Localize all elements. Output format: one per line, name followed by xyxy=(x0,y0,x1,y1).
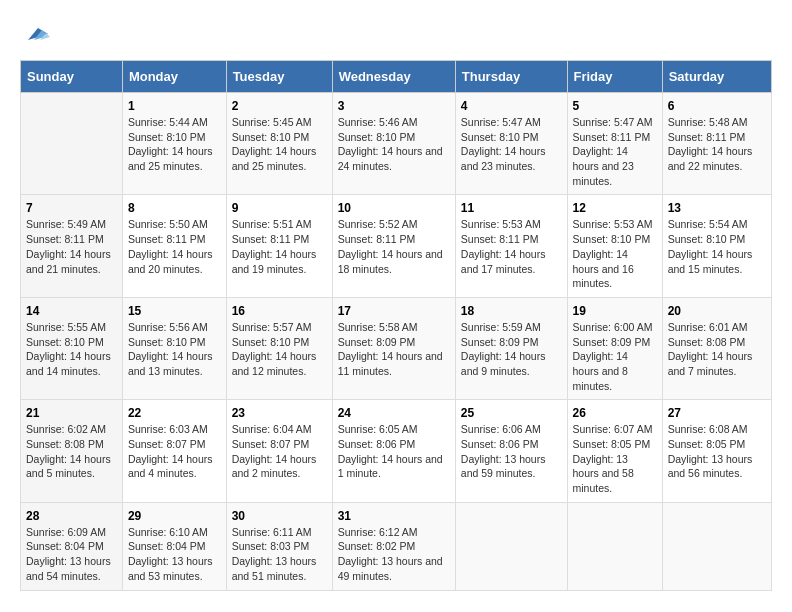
day-info: Sunrise: 6:10 AM Sunset: 8:04 PM Dayligh… xyxy=(128,525,221,584)
calendar-cell: 8Sunrise: 5:50 AM Sunset: 8:11 PM Daylig… xyxy=(122,195,226,297)
day-info: Sunrise: 6:09 AM Sunset: 8:04 PM Dayligh… xyxy=(26,525,117,584)
day-number: 21 xyxy=(26,406,117,420)
calendar-cell: 16Sunrise: 5:57 AM Sunset: 8:10 PM Dayli… xyxy=(226,297,332,399)
day-info: Sunrise: 6:08 AM Sunset: 8:05 PM Dayligh… xyxy=(668,422,766,481)
day-number: 26 xyxy=(573,406,657,420)
calendar-cell: 7Sunrise: 5:49 AM Sunset: 8:11 PM Daylig… xyxy=(21,195,123,297)
day-number: 7 xyxy=(26,201,117,215)
day-number: 20 xyxy=(668,304,766,318)
header-day-wednesday: Wednesday xyxy=(332,61,455,93)
day-info: Sunrise: 6:07 AM Sunset: 8:05 PM Dayligh… xyxy=(573,422,657,495)
day-number: 17 xyxy=(338,304,450,318)
day-number: 29 xyxy=(128,509,221,523)
day-info: Sunrise: 5:52 AM Sunset: 8:11 PM Dayligh… xyxy=(338,217,450,276)
day-number: 13 xyxy=(668,201,766,215)
page-header xyxy=(20,20,772,50)
calendar-cell: 31Sunrise: 6:12 AM Sunset: 8:02 PM Dayli… xyxy=(332,502,455,590)
day-info: Sunrise: 6:12 AM Sunset: 8:02 PM Dayligh… xyxy=(338,525,450,584)
day-info: Sunrise: 5:50 AM Sunset: 8:11 PM Dayligh… xyxy=(128,217,221,276)
calendar-cell: 6Sunrise: 5:48 AM Sunset: 8:11 PM Daylig… xyxy=(662,93,771,195)
logo xyxy=(20,20,54,50)
calendar-week-row: 14Sunrise: 5:55 AM Sunset: 8:10 PM Dayli… xyxy=(21,297,772,399)
calendar-cell: 12Sunrise: 5:53 AM Sunset: 8:10 PM Dayli… xyxy=(567,195,662,297)
day-info: Sunrise: 5:47 AM Sunset: 8:10 PM Dayligh… xyxy=(461,115,562,174)
calendar-cell: 1Sunrise: 5:44 AM Sunset: 8:10 PM Daylig… xyxy=(122,93,226,195)
calendar-cell: 9Sunrise: 5:51 AM Sunset: 8:11 PM Daylig… xyxy=(226,195,332,297)
day-number: 11 xyxy=(461,201,562,215)
calendar-cell: 23Sunrise: 6:04 AM Sunset: 8:07 PM Dayli… xyxy=(226,400,332,502)
day-number: 24 xyxy=(338,406,450,420)
day-number: 14 xyxy=(26,304,117,318)
header-day-sunday: Sunday xyxy=(21,61,123,93)
calendar-cell: 22Sunrise: 6:03 AM Sunset: 8:07 PM Dayli… xyxy=(122,400,226,502)
calendar-week-row: 1Sunrise: 5:44 AM Sunset: 8:10 PM Daylig… xyxy=(21,93,772,195)
calendar-cell xyxy=(662,502,771,590)
calendar-cell: 4Sunrise: 5:47 AM Sunset: 8:10 PM Daylig… xyxy=(455,93,567,195)
day-number: 16 xyxy=(232,304,327,318)
day-info: Sunrise: 5:47 AM Sunset: 8:11 PM Dayligh… xyxy=(573,115,657,188)
logo-icon xyxy=(20,20,50,50)
day-number: 2 xyxy=(232,99,327,113)
day-number: 10 xyxy=(338,201,450,215)
calendar-cell: 10Sunrise: 5:52 AM Sunset: 8:11 PM Dayli… xyxy=(332,195,455,297)
header-day-thursday: Thursday xyxy=(455,61,567,93)
calendar-cell: 28Sunrise: 6:09 AM Sunset: 8:04 PM Dayli… xyxy=(21,502,123,590)
calendar-cell: 30Sunrise: 6:11 AM Sunset: 8:03 PM Dayli… xyxy=(226,502,332,590)
day-number: 30 xyxy=(232,509,327,523)
day-info: Sunrise: 6:05 AM Sunset: 8:06 PM Dayligh… xyxy=(338,422,450,481)
day-number: 1 xyxy=(128,99,221,113)
day-info: Sunrise: 6:11 AM Sunset: 8:03 PM Dayligh… xyxy=(232,525,327,584)
calendar-table: SundayMondayTuesdayWednesdayThursdayFrid… xyxy=(20,60,772,591)
day-info: Sunrise: 5:48 AM Sunset: 8:11 PM Dayligh… xyxy=(668,115,766,174)
calendar-week-row: 7Sunrise: 5:49 AM Sunset: 8:11 PM Daylig… xyxy=(21,195,772,297)
calendar-cell: 2Sunrise: 5:45 AM Sunset: 8:10 PM Daylig… xyxy=(226,93,332,195)
calendar-header-row: SundayMondayTuesdayWednesdayThursdayFrid… xyxy=(21,61,772,93)
calendar-cell: 5Sunrise: 5:47 AM Sunset: 8:11 PM Daylig… xyxy=(567,93,662,195)
day-number: 5 xyxy=(573,99,657,113)
calendar-week-row: 28Sunrise: 6:09 AM Sunset: 8:04 PM Dayli… xyxy=(21,502,772,590)
calendar-cell: 29Sunrise: 6:10 AM Sunset: 8:04 PM Dayli… xyxy=(122,502,226,590)
day-info: Sunrise: 5:55 AM Sunset: 8:10 PM Dayligh… xyxy=(26,320,117,379)
calendar-cell: 18Sunrise: 5:59 AM Sunset: 8:09 PM Dayli… xyxy=(455,297,567,399)
calendar-cell: 21Sunrise: 6:02 AM Sunset: 8:08 PM Dayli… xyxy=(21,400,123,502)
day-number: 25 xyxy=(461,406,562,420)
day-number: 3 xyxy=(338,99,450,113)
calendar-cell: 13Sunrise: 5:54 AM Sunset: 8:10 PM Dayli… xyxy=(662,195,771,297)
calendar-cell: 27Sunrise: 6:08 AM Sunset: 8:05 PM Dayli… xyxy=(662,400,771,502)
calendar-cell xyxy=(21,93,123,195)
calendar-cell: 14Sunrise: 5:55 AM Sunset: 8:10 PM Dayli… xyxy=(21,297,123,399)
day-info: Sunrise: 6:00 AM Sunset: 8:09 PM Dayligh… xyxy=(573,320,657,393)
day-info: Sunrise: 5:58 AM Sunset: 8:09 PM Dayligh… xyxy=(338,320,450,379)
header-day-friday: Friday xyxy=(567,61,662,93)
calendar-cell: 19Sunrise: 6:00 AM Sunset: 8:09 PM Dayli… xyxy=(567,297,662,399)
day-info: Sunrise: 5:57 AM Sunset: 8:10 PM Dayligh… xyxy=(232,320,327,379)
day-info: Sunrise: 5:53 AM Sunset: 8:11 PM Dayligh… xyxy=(461,217,562,276)
day-info: Sunrise: 6:03 AM Sunset: 8:07 PM Dayligh… xyxy=(128,422,221,481)
calendar-cell xyxy=(567,502,662,590)
calendar-week-row: 21Sunrise: 6:02 AM Sunset: 8:08 PM Dayli… xyxy=(21,400,772,502)
day-info: Sunrise: 5:54 AM Sunset: 8:10 PM Dayligh… xyxy=(668,217,766,276)
day-number: 6 xyxy=(668,99,766,113)
header-day-tuesday: Tuesday xyxy=(226,61,332,93)
day-number: 8 xyxy=(128,201,221,215)
header-day-saturday: Saturday xyxy=(662,61,771,93)
day-info: Sunrise: 6:06 AM Sunset: 8:06 PM Dayligh… xyxy=(461,422,562,481)
day-info: Sunrise: 5:46 AM Sunset: 8:10 PM Dayligh… xyxy=(338,115,450,174)
calendar-cell: 3Sunrise: 5:46 AM Sunset: 8:10 PM Daylig… xyxy=(332,93,455,195)
day-info: Sunrise: 6:02 AM Sunset: 8:08 PM Dayligh… xyxy=(26,422,117,481)
day-info: Sunrise: 6:01 AM Sunset: 8:08 PM Dayligh… xyxy=(668,320,766,379)
day-info: Sunrise: 5:44 AM Sunset: 8:10 PM Dayligh… xyxy=(128,115,221,174)
calendar-cell: 15Sunrise: 5:56 AM Sunset: 8:10 PM Dayli… xyxy=(122,297,226,399)
day-number: 4 xyxy=(461,99,562,113)
header-day-monday: Monday xyxy=(122,61,226,93)
calendar-cell xyxy=(455,502,567,590)
day-number: 28 xyxy=(26,509,117,523)
calendar-cell: 24Sunrise: 6:05 AM Sunset: 8:06 PM Dayli… xyxy=(332,400,455,502)
day-number: 27 xyxy=(668,406,766,420)
day-info: Sunrise: 6:04 AM Sunset: 8:07 PM Dayligh… xyxy=(232,422,327,481)
day-info: Sunrise: 5:51 AM Sunset: 8:11 PM Dayligh… xyxy=(232,217,327,276)
day-number: 9 xyxy=(232,201,327,215)
day-info: Sunrise: 5:59 AM Sunset: 8:09 PM Dayligh… xyxy=(461,320,562,379)
calendar-cell: 11Sunrise: 5:53 AM Sunset: 8:11 PM Dayli… xyxy=(455,195,567,297)
day-info: Sunrise: 5:49 AM Sunset: 8:11 PM Dayligh… xyxy=(26,217,117,276)
